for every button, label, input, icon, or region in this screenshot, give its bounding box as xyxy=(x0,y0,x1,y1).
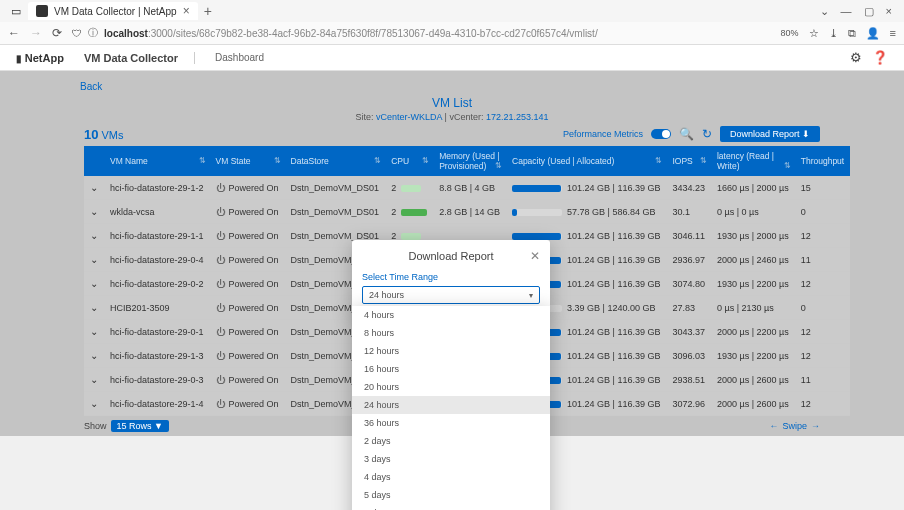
cell-vm-name: hci-fio-datastore-29-0-1 xyxy=(104,320,210,344)
expand-row-icon[interactable]: ⌄ xyxy=(84,392,104,416)
info-icon: ⓘ xyxy=(88,26,98,40)
col-throughput[interactable]: Throughput xyxy=(795,146,850,176)
expand-row-icon[interactable]: ⌄ xyxy=(84,296,104,320)
col-memory[interactable]: Memory (Used | Provisioned)⇅ xyxy=(433,146,506,176)
cell-memory: 8.8 GB | 4 GB xyxy=(433,176,506,200)
close-tab-icon[interactable]: × xyxy=(183,4,190,18)
browser-tab[interactable]: VM Data Collector | NetApp × xyxy=(28,2,198,20)
cell-memory: 2.8 GB | 14 GB xyxy=(433,200,506,224)
help-icon[interactable]: ❓ xyxy=(872,50,888,65)
gear-icon[interactable]: ⚙ xyxy=(850,50,862,65)
time-range-option[interactable]: 12 hours xyxy=(352,342,550,360)
expand-row-icon[interactable]: ⌄ xyxy=(84,224,104,248)
url-host: localhost xyxy=(104,28,148,39)
cell-capacity: 101.24 GB | 116.39 GB xyxy=(506,176,666,200)
close-window-icon[interactable]: × xyxy=(886,5,892,18)
swipe-left-icon[interactable]: ← xyxy=(769,421,778,431)
perf-toggle[interactable] xyxy=(651,129,671,139)
rows-select[interactable]: 15 Rows ▼ xyxy=(111,420,169,432)
cell-throughput: 15 xyxy=(795,176,850,200)
cell-latency: 0 µs | 2130 µs xyxy=(711,296,795,320)
expand-row-icon[interactable]: ⌄ xyxy=(84,368,104,392)
time-range-option[interactable]: 2 days xyxy=(352,432,550,450)
cell-vm-name: HCIB201-3509 xyxy=(104,296,210,320)
menu-icon[interactable]: ≡ xyxy=(890,27,896,40)
minimize-icon[interactable]: — xyxy=(841,5,852,18)
bookmark-icon[interactable]: ☆ xyxy=(809,27,819,40)
cell-iops: 27.83 xyxy=(666,296,711,320)
time-range-select[interactable]: 24 hours ▾ xyxy=(362,286,540,304)
time-range-option[interactable]: 5 days xyxy=(352,486,550,504)
time-range-option[interactable]: 20 hours xyxy=(352,378,550,396)
expand-row-icon[interactable]: ⌄ xyxy=(84,272,104,296)
cell-vm-state: Powered On xyxy=(210,272,285,296)
url-port: :3000 xyxy=(148,28,173,39)
extension-icon[interactable]: ⧉ xyxy=(848,27,856,40)
cell-cpu: 2 xyxy=(385,176,433,200)
cell-latency: 2000 µs | 2600 µs xyxy=(711,368,795,392)
cell-vm-state: Powered On xyxy=(210,320,285,344)
time-range-option[interactable]: 6 days xyxy=(352,504,550,510)
time-range-option[interactable]: 4 days xyxy=(352,468,550,486)
search-icon[interactable]: 🔍 xyxy=(679,127,694,141)
expand-row-icon[interactable]: ⌄ xyxy=(84,344,104,368)
download-report-button[interactable]: Download Report ⬇ xyxy=(720,126,820,142)
chevron-down-icon[interactable]: ⌄ xyxy=(820,5,829,18)
cell-vm-name: hci-fio-datastore-29-0-2 xyxy=(104,272,210,296)
back-link[interactable]: Back xyxy=(80,77,102,96)
table-row: ⌄hci-fio-datastore-29-1-2Powered OnDstn_… xyxy=(84,176,850,200)
col-vm-state[interactable]: VM State⇅ xyxy=(210,146,285,176)
page-title: VM List xyxy=(8,96,896,110)
vcenter-link[interactable]: 172.21.253.141 xyxy=(486,112,549,122)
breadcrumb[interactable]: Dashboard xyxy=(215,52,264,63)
col-cpu[interactable]: CPU⇅ xyxy=(385,146,433,176)
time-range-option[interactable]: 24 hours xyxy=(352,396,550,414)
zoom-level[interactable]: 80% xyxy=(781,28,799,38)
cell-vm-name: hci-fio-datastore-29-1-3 xyxy=(104,344,210,368)
cell-vm-name: hci-fio-datastore-29-0-3 xyxy=(104,368,210,392)
time-range-option[interactable]: 16 hours xyxy=(352,360,550,378)
perf-metrics-label: Peformance Metrics xyxy=(563,129,643,139)
cell-datastore: Dstn_DemoVM_DS01 xyxy=(285,176,386,200)
time-range-option[interactable]: 36 hours xyxy=(352,414,550,432)
cell-iops: 3046.11 xyxy=(666,224,711,248)
time-range-label: Select Time Range xyxy=(362,272,540,282)
cell-latency: 2000 µs | 2460 µs xyxy=(711,248,795,272)
col-vm-name[interactable]: VM Name⇅ xyxy=(104,146,210,176)
address-bar[interactable]: 🛡 ⓘ localhost:3000/sites/68c79b82-be38-4… xyxy=(72,26,767,40)
col-latency[interactable]: latency (Read | Write)⇅ xyxy=(711,146,795,176)
cell-latency: 1660 µs | 2000 µs xyxy=(711,176,795,200)
expand-row-icon[interactable]: ⌄ xyxy=(84,320,104,344)
account-icon[interactable]: 👤 xyxy=(866,27,880,40)
shield-icon: 🛡 xyxy=(72,28,82,39)
url-path: /sites/68c79b82-be38-4acf-96b2-84a75f630… xyxy=(173,28,598,39)
new-tab-button[interactable]: + xyxy=(204,3,212,19)
time-range-option[interactable]: 3 days xyxy=(352,450,550,468)
expand-row-icon[interactable]: ⌄ xyxy=(84,248,104,272)
time-range-option[interactable]: 4 hours xyxy=(352,306,550,324)
download-icon[interactable]: ⤓ xyxy=(829,27,838,40)
cell-vm-state: Powered On xyxy=(210,176,285,200)
cell-vm-name: hci-fio-datastore-29-1-1 xyxy=(104,224,210,248)
expand-row-icon[interactable]: ⌄ xyxy=(84,200,104,224)
col-capacity[interactable]: Capacity (Used | Allocated)⇅ xyxy=(506,146,666,176)
tab-title: VM Data Collector | NetApp xyxy=(54,6,177,17)
time-range-option[interactable]: 8 hours xyxy=(352,324,550,342)
back-icon[interactable]: ← xyxy=(8,26,20,40)
expand-row-icon[interactable]: ⌄ xyxy=(84,176,104,200)
col-datastore[interactable]: DataStore⇅ xyxy=(285,146,386,176)
site-link[interactable]: vCenter-WKLDA xyxy=(376,112,442,122)
cell-vm-name: hci-fio-datastore-29-1-2 xyxy=(104,176,210,200)
close-icon[interactable]: ✕ xyxy=(530,249,540,263)
refresh-icon[interactable]: ↻ xyxy=(702,127,712,141)
cell-latency: 0 µs | 0 µs xyxy=(711,200,795,224)
col-iops[interactable]: IOPS⇅ xyxy=(666,146,711,176)
cell-iops: 3074.80 xyxy=(666,272,711,296)
swipe-right-icon[interactable]: → xyxy=(811,421,820,431)
app-menu-icon[interactable]: ▭ xyxy=(8,3,24,19)
cell-cpu: 2 xyxy=(385,200,433,224)
reload-icon[interactable]: ⟳ xyxy=(52,26,62,40)
cell-throughput: 12 xyxy=(795,320,850,344)
cell-latency: 2000 µs | 2200 µs xyxy=(711,320,795,344)
maximize-icon[interactable]: ▢ xyxy=(864,5,874,18)
